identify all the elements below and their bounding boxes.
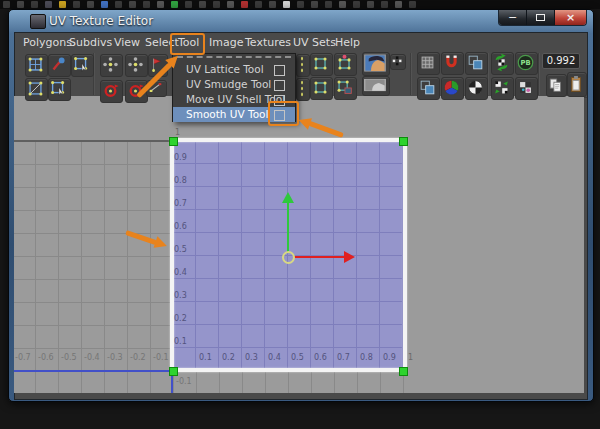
x-axis-label: -0.4 (84, 353, 100, 362)
menu-view[interactable]: View (114, 36, 140, 49)
update-psd-icon[interactable] (491, 52, 514, 75)
dim-image-icon[interactable] (390, 54, 406, 70)
layout-uv-shell-icon[interactable] (334, 77, 357, 100)
align-uv-max-icon[interactable] (334, 53, 357, 76)
uv-corner-handle-bottom-left[interactable] (169, 367, 178, 376)
uv-editor-canvas[interactable]: -0.7-0.6-0.5-0.4-0.3-0.2-0.10.10.20.30.4… (14, 96, 584, 393)
layout-uv-icon[interactable] (310, 77, 333, 100)
menu-subdivs[interactable]: Subdivs (69, 36, 112, 49)
grid-icon[interactable] (417, 52, 440, 75)
copy-icon[interactable] (546, 74, 567, 97)
maximize-button[interactable] (527, 10, 555, 25)
menu-tearoff-handle[interactable] (177, 56, 291, 61)
menu-item-label: UV Smudge Tool (186, 78, 271, 90)
close-button[interactable]: × (555, 10, 586, 25)
background-toolbar-icon (31, 1, 38, 8)
x-axis-label: 0.8 (360, 353, 373, 362)
x-axis-label: -0.2 (130, 353, 146, 362)
swap-buffer-icon[interactable] (491, 77, 514, 100)
bake-texture-icon[interactable] (515, 77, 538, 100)
paste-icon[interactable] (567, 72, 587, 97)
menu-item-label: UV Lattice Tool (186, 63, 264, 75)
uv-lattice-icon[interactable] (25, 78, 48, 101)
maximize-icon (536, 14, 545, 21)
smooth-uv-value-field[interactable]: 0.992 (542, 53, 580, 69)
background-toolbar-icon (339, 1, 346, 8)
x-axis-label: -0.3 (107, 353, 123, 362)
shell-edge-bottom[interactable] (170, 368, 407, 372)
uv-select-shell-icon[interactable] (48, 78, 71, 101)
menu-item-uv-smudge-tool[interactable]: UV Smudge Tool (173, 77, 295, 92)
alpha-channels-icon[interactable] (465, 77, 488, 100)
x-axis-label: 0.3 (245, 353, 258, 362)
manipulator-u-arrowhead[interactable] (344, 251, 355, 263)
align-v-dots-icon[interactable] (296, 78, 310, 101)
rgb-channels-icon[interactable] (441, 77, 464, 100)
background-toolbar-icon (87, 1, 94, 8)
minimize-button[interactable]: − (499, 10, 527, 25)
x-axis-label: 1 (408, 353, 413, 362)
y-axis-label: 0.4 (174, 268, 187, 277)
background-toolbar-icon (241, 1, 248, 8)
highlight-box-tool-menu (170, 33, 205, 55)
background-toolbar-icon (115, 1, 122, 8)
window-controls: − × (498, 10, 587, 26)
manipulator-center-handle[interactable] (282, 251, 295, 264)
background-desktop (0, 400, 600, 429)
background-toolbar-icon (297, 1, 304, 8)
toolbar-separator (538, 53, 540, 95)
tool-options-checkbox[interactable] (274, 80, 285, 91)
background-toolbar-icon (157, 1, 164, 8)
manipulator-u-axis[interactable] (294, 256, 344, 258)
flip-u-icon[interactable] (100, 54, 123, 77)
y-axis-label: 0.7 (174, 199, 187, 208)
y-axis-label: 0.3 (174, 291, 187, 300)
background-toolbar-icon (17, 1, 24, 8)
x-axis-label: 0.4 (268, 353, 281, 362)
display-image-icon[interactable] (362, 52, 390, 76)
move-uv-shell-icon[interactable] (71, 54, 94, 77)
tool-options-checkbox[interactable] (274, 65, 285, 76)
menu-help[interactable]: Help (335, 36, 360, 49)
uv-smudge-brush-icon[interactable] (48, 54, 71, 77)
shell-edge-right[interactable] (403, 138, 407, 374)
background-toolbar-icon (269, 1, 276, 8)
x-axis-label: 0.1 (199, 353, 212, 362)
background-toolbar-icon (227, 1, 234, 8)
paint-buffer-icon[interactable]: PB (515, 52, 538, 75)
manipulator-v-axis[interactable] (287, 202, 289, 253)
menu-textures[interactable]: Textures (245, 36, 291, 49)
x-axis-label: 0.5 (291, 353, 304, 362)
background-toolbar-icon (185, 1, 192, 8)
menu-image[interactable]: Image (209, 36, 243, 49)
shell-edge-top[interactable] (170, 138, 407, 142)
background-toolbar-icon (45, 1, 52, 8)
y-axis-label: 0.1 (174, 337, 187, 346)
x-axis-label: -0.7 (15, 353, 31, 362)
menu-item-uv-lattice-tool[interactable]: UV Lattice Tool (173, 62, 295, 77)
shade-uvs-icon[interactable] (465, 52, 488, 75)
rotate-ccw-icon[interactable] (100, 80, 123, 103)
align-uv-min-icon[interactable] (310, 53, 333, 76)
uv-move-component-icon[interactable] (25, 54, 48, 77)
minimize-icon: − (508, 13, 517, 23)
y-axis-label: 1 (175, 128, 180, 137)
x-axis-label: 0.2 (222, 353, 235, 362)
menu-uv-sets[interactable]: UV Sets (293, 36, 336, 49)
grid-line-v1 (14, 140, 171, 142)
uv-corner-handle-bottom-right[interactable] (399, 367, 408, 376)
highlight-box-smooth-uv-checkbox (268, 101, 299, 126)
texture-borders-icon[interactable] (417, 77, 440, 100)
align-u-dots-icon[interactable] (296, 54, 310, 77)
pixel-snap-icon[interactable] (441, 52, 464, 75)
flip-v-icon[interactable] (125, 54, 148, 77)
toolbar-separator (410, 53, 412, 95)
uv-corner-handle-top-right[interactable] (399, 137, 408, 146)
background-toolbar-icon (129, 1, 136, 8)
filtered-image-icon[interactable] (362, 76, 390, 96)
background-toolbar-icon (3, 1, 10, 8)
x-axis-label: -0.6 (38, 353, 54, 362)
menu-polygons[interactable]: Polygons (23, 36, 72, 49)
uv-corner-handle-top-left[interactable] (169, 137, 178, 146)
manipulator-v-arrowhead[interactable] (282, 192, 294, 203)
